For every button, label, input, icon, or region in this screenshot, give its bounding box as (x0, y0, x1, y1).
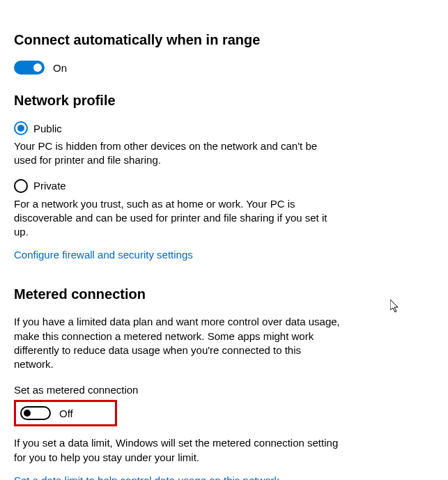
metered-toggle[interactable] (20, 406, 51, 420)
metered-highlight-box: Off (14, 400, 117, 426)
radio-public-label: Public (33, 123, 62, 134)
radio-private-row: Private (14, 179, 434, 193)
private-description: For a network you trust, such as at home… (14, 197, 341, 240)
connect-toggle-label: On (53, 62, 67, 74)
metered-title: Metered connection (14, 286, 434, 302)
set-metered-label: Set as metered connection (14, 384, 434, 396)
radio-private-label: Private (33, 180, 66, 192)
data-limit-description: If you set a data limit, Windows will se… (14, 436, 341, 465)
network-profile-title: Network profile (14, 93, 434, 109)
metered-toggle-label: Off (59, 408, 73, 419)
configure-firewall-link[interactable]: Configure firewall and security settings (14, 249, 193, 261)
radio-public[interactable] (14, 121, 28, 135)
public-description: Your PC is hidden from other devices on … (14, 139, 341, 168)
metered-description: If you have a limited data plan and want… (14, 315, 341, 371)
radio-private[interactable] (14, 179, 28, 193)
connect-auto-toggle[interactable] (14, 61, 45, 75)
radio-public-row: Public (14, 121, 434, 135)
data-limit-link[interactable]: Set a data limit to help control data us… (14, 474, 279, 480)
connect-toggle-row: On (14, 61, 434, 75)
connect-auto-title: Connect automatically when in range (14, 32, 434, 48)
